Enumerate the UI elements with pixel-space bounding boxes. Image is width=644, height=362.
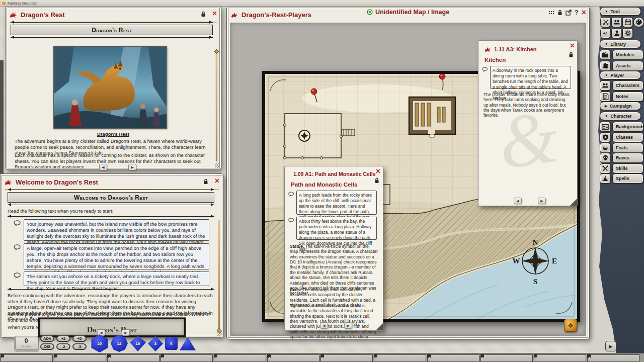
sidebar-section-character[interactable]: ▼ Character (600, 112, 641, 120)
backgrounds-icon-button[interactable] (600, 122, 611, 132)
d10-die[interactable]: 10 (130, 336, 146, 351)
sidebar-section-library[interactable]: ▼ Library (600, 40, 641, 48)
window-titlebar[interactable]: Welcome to Dragon's Rest (5, 176, 219, 188)
resize-grip[interactable] (217, 331, 222, 336)
close-icon[interactable]: × (376, 168, 380, 175)
assets-icon-button[interactable] (600, 61, 611, 71)
d12-die[interactable]: 12 (111, 335, 128, 352)
page-next-button[interactable]: ▶ (128, 164, 136, 170)
drawing-tools-button[interactable] (633, 17, 644, 27)
classes-icon-button[interactable] (600, 132, 611, 142)
read-aloud-block: A large, open-air temple comes into view… (14, 243, 209, 269)
modifier-stack-box[interactable]: 0 Modifier (14, 336, 38, 351)
image-caption[interactable]: Dragon's Rest (6, 131, 221, 137)
calendar-button[interactable] (622, 17, 633, 27)
sidebar-item-spells[interactable]: Spells (612, 173, 643, 184)
lock-icon[interactable] (569, 52, 574, 58)
map-toolbar-toggle-button[interactable]: ❖ (564, 319, 577, 332)
minus5-button[interactable]: -5 (72, 343, 87, 350)
close-icon[interactable]: × (212, 10, 217, 17)
hotkey-tab-icon (1, 354, 4, 358)
help-icon[interactable]: ? (575, 9, 579, 16)
speech-bubble-icon[interactable] (14, 273, 21, 279)
speech-bubble-icon[interactable] (14, 220, 21, 227)
window-titlebar[interactable]: Dragon's Rest (10, 9, 217, 20)
d6-die[interactable]: 6 (165, 337, 178, 350)
characters-icon-button[interactable] (600, 80, 611, 90)
page-prev-button[interactable]: ◀ (514, 198, 522, 204)
hotkey-slot[interactable] (214, 354, 266, 362)
sidebar-item-skills[interactable]: Skills (612, 163, 643, 173)
lock-icon[interactable] (201, 11, 206, 17)
party-sheet-button[interactable] (611, 17, 622, 27)
page-prev-button[interactable]: ◀ (99, 164, 107, 170)
sidebar-item-modules[interactable]: Modules (612, 50, 643, 60)
sidebar-item-races[interactable]: Races (612, 153, 643, 163)
hotkey-slot[interactable] (267, 354, 319, 362)
fold-corner[interactable] (570, 199, 577, 206)
spells-icon-button[interactable] (600, 173, 611, 184)
page-next-button[interactable]: ▶ (538, 198, 546, 204)
hotkey-slot[interactable] (587, 354, 639, 362)
hotkey-slot[interactable] (534, 354, 586, 362)
speech-bubble-icon[interactable] (482, 67, 488, 72)
close-icon[interactable]: × (215, 177, 219, 185)
fold-corner[interactable] (376, 323, 383, 330)
resize-grip[interactable] (215, 163, 220, 168)
plus2-button[interactable]: +2 (56, 335, 70, 342)
share-icon[interactable] (566, 10, 572, 16)
speech-bubble-icon[interactable] (14, 244, 21, 251)
hotkey-slot[interactable] (480, 354, 533, 362)
races-icon-button[interactable] (600, 153, 611, 163)
page-next-button[interactable]: ▶ (344, 322, 352, 329)
hotkey-slot[interactable] (54, 354, 106, 362)
sidebar-expand-button[interactable]: ▶ (605, 341, 616, 351)
speech-bubble-icon[interactable] (288, 192, 294, 197)
sidebar-item-feats[interactable]: Feats (612, 143, 643, 153)
d20-die[interactable]: 20 (91, 334, 109, 352)
d8-die[interactable]: 8 (148, 336, 163, 351)
hotkey-slot[interactable] (427, 354, 479, 362)
scrollbar[interactable] (218, 220, 220, 329)
modifiers-button[interactable]: +/- (600, 28, 611, 38)
close-icon[interactable]: × (570, 42, 575, 49)
minus2-button[interactable]: -2 (56, 343, 70, 350)
page-prev-button[interactable]: ◀ (320, 322, 328, 329)
sidebar-item-assets[interactable]: Assets (612, 61, 643, 71)
sidebar-item-characters[interactable]: Characters (612, 80, 643, 90)
disadvantage-button[interactable]: DIS (40, 343, 54, 350)
popup-titlebar[interactable]: 1.09 A1: Path and Monastic Cells (291, 171, 372, 177)
sidebar-section-campaign[interactable]: ▶ Campaign (600, 102, 641, 110)
scrollbar[interactable] (216, 53, 217, 161)
hotkey-slot[interactable] (107, 354, 159, 362)
lock-icon[interactable] (557, 10, 562, 16)
pointer-menu-icon[interactable] (548, 10, 554, 15)
d4-die[interactable] (180, 336, 196, 351)
sidebar-item-classes[interactable]: Classes (612, 132, 643, 142)
options-button[interactable] (622, 28, 633, 38)
popup-titlebar[interactable]: 1.11 A3: Kitchen (485, 46, 566, 52)
plus5-button[interactable]: +5 (72, 335, 87, 342)
chevron-down-icon: ▼ (605, 114, 608, 118)
modules-icon-button[interactable] (600, 50, 611, 60)
hotkey-slot[interactable] (374, 354, 426, 362)
notes-icon-button[interactable] (600, 92, 611, 102)
skills-icon-button[interactable] (600, 163, 611, 173)
hotkey-slot[interactable] (1, 354, 53, 362)
effects-button[interactable] (611, 28, 622, 38)
lock-icon[interactable] (374, 177, 379, 184)
sidebar-item-backgrounds[interactable]: Backgrounds (612, 122, 643, 132)
map-window-titlebar[interactable]: Dragon's-Rest-Players (231, 9, 585, 20)
sidebar-section-player[interactable]: ▼ Player (600, 71, 641, 79)
feats-icon-button[interactable] (600, 143, 611, 153)
sidebar-item-notes[interactable]: Notes (612, 92, 643, 102)
read-aloud-text: A long path leads from the rocky shore u… (296, 191, 377, 215)
dice-tower-button[interactable] (600, 17, 611, 27)
hotkey-slot[interactable] (160, 354, 213, 362)
hotkey-slot[interactable] (320, 354, 373, 362)
speech-bubble-icon[interactable] (288, 218, 294, 223)
sidebar-section-tool[interactable]: ▼ Tool (600, 7, 641, 16)
advantage-button[interactable]: ADV (40, 335, 54, 342)
close-icon[interactable]: × (582, 9, 586, 16)
lock-icon[interactable] (203, 178, 208, 185)
